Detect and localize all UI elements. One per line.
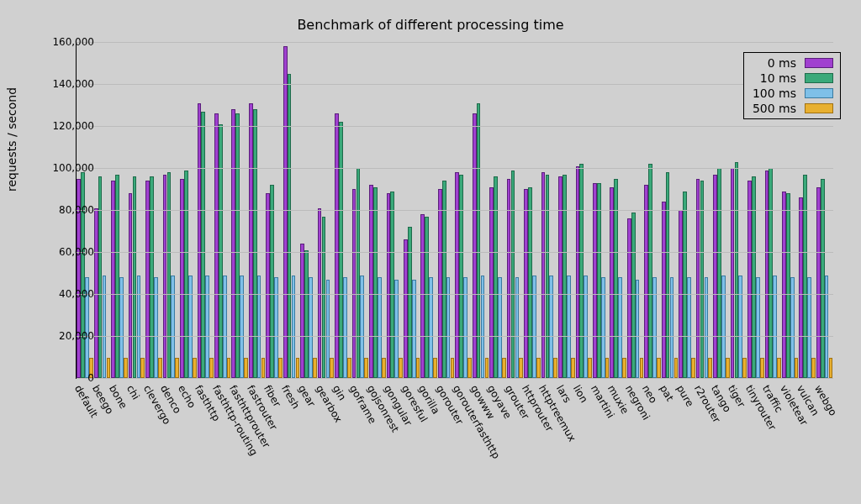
legend: 0 ms 10 ms 100 ms 500 ms bbox=[743, 52, 841, 119]
y-tick-label: 120,000 bbox=[52, 120, 94, 132]
bar bbox=[657, 358, 661, 379]
bar bbox=[296, 358, 300, 379]
y-tick-label: 140,000 bbox=[52, 78, 94, 90]
bar bbox=[330, 358, 334, 379]
bar bbox=[485, 358, 489, 379]
y-tick-label: 80,000 bbox=[59, 204, 94, 216]
bar bbox=[519, 358, 523, 379]
bar bbox=[399, 358, 403, 379]
y-axis-label: requests / second bbox=[5, 87, 18, 192]
legend-swatch-100ms bbox=[805, 88, 833, 98]
bar bbox=[742, 358, 747, 379]
benchmark-chart: Benchmark of different processing time r… bbox=[0, 0, 861, 504]
legend-row: 0 ms bbox=[751, 55, 833, 71]
legend-swatch-500ms bbox=[805, 103, 833, 113]
bar bbox=[536, 358, 541, 379]
bar bbox=[416, 358, 420, 379]
bar bbox=[795, 358, 799, 379]
bar bbox=[605, 358, 610, 379]
bar bbox=[364, 358, 368, 379]
legend-row: 10 ms bbox=[751, 71, 833, 86]
bar bbox=[622, 358, 626, 379]
bar bbox=[227, 358, 231, 379]
bar bbox=[588, 358, 592, 379]
legend-label: 10 ms bbox=[751, 71, 796, 86]
x-tick-label: pat bbox=[658, 383, 676, 403]
legend-label: 0 ms bbox=[751, 55, 796, 71]
y-tick-label: 160,000 bbox=[52, 36, 94, 48]
bar bbox=[158, 358, 162, 379]
grid-line bbox=[77, 126, 833, 127]
bar bbox=[811, 358, 816, 379]
bar bbox=[502, 358, 506, 379]
bar bbox=[708, 358, 712, 379]
bar bbox=[691, 358, 695, 379]
grid-line bbox=[77, 294, 833, 295]
bar bbox=[278, 358, 283, 379]
legend-row: 100 ms bbox=[751, 86, 833, 101]
x-tick-label: chi bbox=[124, 383, 141, 402]
y-tick-label: 60,000 bbox=[59, 246, 94, 258]
bar bbox=[193, 358, 197, 379]
grid-line bbox=[77, 252, 833, 253]
legend-label: 100 ms bbox=[751, 86, 796, 101]
y-tick-label: 20,000 bbox=[59, 330, 94, 342]
bar bbox=[451, 358, 455, 379]
chart-title: Benchmark of different processing time bbox=[0, 17, 861, 33]
grid-line bbox=[77, 84, 833, 85]
plot-area bbox=[76, 42, 833, 379]
bar bbox=[124, 358, 128, 379]
bar bbox=[760, 358, 764, 379]
grid-line bbox=[77, 336, 833, 337]
bar bbox=[347, 358, 351, 379]
bar bbox=[175, 358, 179, 379]
x-category-labels: defaultbeegobonechiclevergodencoechofast… bbox=[76, 380, 832, 504]
bar bbox=[140, 358, 145, 379]
bar bbox=[313, 358, 317, 379]
bar bbox=[244, 358, 248, 379]
bar bbox=[829, 358, 833, 379]
bar bbox=[777, 358, 781, 379]
x-tick-label: lion bbox=[571, 383, 590, 405]
grid-line bbox=[77, 210, 833, 211]
bar bbox=[209, 358, 214, 379]
y-tick-label: 100,000 bbox=[52, 162, 94, 174]
bar bbox=[726, 358, 730, 379]
grid-line bbox=[77, 168, 833, 169]
x-tick-label: pure bbox=[674, 383, 696, 409]
bar bbox=[261, 358, 266, 379]
legend-swatch-0ms bbox=[805, 58, 833, 68]
legend-label: 500 ms bbox=[751, 101, 796, 116]
legend-swatch-10ms bbox=[805, 73, 833, 83]
bar bbox=[640, 358, 644, 379]
legend-row: 500 ms bbox=[751, 101, 833, 116]
y-tick-label: 40,000 bbox=[59, 288, 94, 300]
bar bbox=[433, 358, 437, 379]
grid-line bbox=[77, 42, 833, 43]
bar bbox=[107, 358, 111, 379]
bar bbox=[382, 358, 386, 379]
grid-line bbox=[77, 378, 833, 379]
bar bbox=[467, 358, 472, 379]
bar bbox=[571, 358, 575, 379]
bar bbox=[674, 358, 679, 379]
bar bbox=[553, 358, 557, 379]
